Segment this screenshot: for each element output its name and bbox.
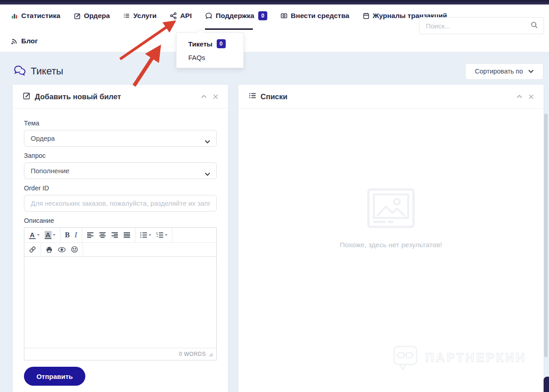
nav-item-label: Услуги <box>133 12 157 20</box>
italic-button[interactable]: I <box>74 231 77 239</box>
align-right-button[interactable] <box>111 232 118 238</box>
background-color-glyph: A <box>45 231 51 239</box>
misc-group <box>41 243 83 256</box>
scroll-to-top-button[interactable] <box>544 377 549 392</box>
list-icon <box>123 12 130 19</box>
request-select[interactable]: Пополнение <box>24 162 217 179</box>
preview-icon[interactable] <box>58 247 66 253</box>
share-icon <box>170 12 177 19</box>
main-navbar: Статистика Ордера Услуги API <box>0 5 549 52</box>
app-screen: Статистика Ордера Услуги API <box>0 0 549 392</box>
nav-item-label: Внести средства <box>291 12 349 20</box>
collapse-icon[interactable] <box>201 95 207 98</box>
collapse-icon[interactable] <box>516 95 522 98</box>
sort-dropdown[interactable]: Сортировать по <box>465 63 544 80</box>
numbered-list-button[interactable] <box>156 232 167 238</box>
search-icon[interactable] <box>530 21 538 31</box>
order-id-input[interactable] <box>31 199 210 207</box>
list-icon <box>248 92 256 101</box>
panel-title: Списки <box>261 92 288 101</box>
nav-item-statistics[interactable]: Статистика <box>11 12 60 20</box>
add-ticket-form: Тема Ордера Запрос Пополнение Order ID <box>13 109 228 386</box>
support-dropdown-menu: Тикеты 0 FAQs <box>176 32 244 68</box>
editor-toolbar-row1: A A B I <box>24 228 216 243</box>
watermark-text: ПАРТНЕРКИН <box>425 351 526 365</box>
nav-item-add-funds[interactable]: Внести средства <box>280 12 349 20</box>
page-content: Тикеты Сортировать по Добавить новый бил… <box>0 52 549 392</box>
nav-item-label: Поддержка <box>216 12 254 20</box>
partnerkin-logo-icon <box>393 345 418 371</box>
bold-button[interactable]: B <box>65 231 70 239</box>
link-button[interactable] <box>29 246 36 253</box>
nav-item-api[interactable]: API <box>170 12 192 20</box>
page-header: Тикеты Сортировать по <box>14 62 544 80</box>
empty-state-text: Похоже, здесь нет результатов! <box>238 241 544 249</box>
nav-item-blog[interactable]: Блог <box>11 37 38 45</box>
font-color-button[interactable]: A <box>29 231 40 239</box>
list-group <box>135 228 172 242</box>
page-title: Тикеты <box>31 65 63 77</box>
empty-state: Похоже, здесь нет результатов! <box>238 188 544 249</box>
font-color-glyph: A <box>29 231 36 239</box>
panel-controls <box>516 94 534 99</box>
editor-toolbar-row2 <box>24 243 216 257</box>
chevron-down-icon <box>37 234 40 236</box>
panel-controls <box>201 94 218 99</box>
description-label: Описание <box>24 217 217 224</box>
tickets-title-icon <box>14 65 26 78</box>
theme-select-value: Ордера <box>31 134 55 142</box>
editor-status-bar: 0 WORDS <box>24 348 216 360</box>
bullet-list-button[interactable] <box>140 232 151 238</box>
request-select-value: Пополнение <box>31 167 70 175</box>
link-group <box>24 243 41 256</box>
chevron-down-icon <box>205 137 210 145</box>
close-icon[interactable] <box>529 94 534 99</box>
color-group: A A <box>24 228 60 242</box>
menu-item-label: Тикеты <box>188 40 213 48</box>
nav-item-label: Статистика <box>21 12 60 20</box>
page-scrollbar[interactable] <box>544 114 548 357</box>
emoji-button[interactable] <box>71 246 78 253</box>
align-group <box>82 228 135 242</box>
resize-handle-icon[interactable] <box>209 350 213 358</box>
align-center-button[interactable] <box>99 232 106 238</box>
nav-secondary-row: Блог <box>11 35 38 47</box>
nav-item-services[interactable]: Услуги <box>123 12 157 20</box>
lists-panel: Списки <box>238 85 544 392</box>
image-placeholder-icon <box>367 188 415 228</box>
nav-primary-row: Статистика Ордера Услуги API <box>11 10 447 22</box>
background-color-button[interactable]: A <box>45 231 56 239</box>
nav-item-support[interactable]: Поддержка 0 <box>205 11 267 20</box>
lists-panel-body: Похоже, здесь нет результатов! ПАРТНЕРКИ… <box>238 109 544 392</box>
menu-item-faqs[interactable]: FAQs <box>177 51 243 64</box>
align-justify-button[interactable] <box>123 232 130 238</box>
nav-item-label: Ордера <box>84 12 110 20</box>
chevron-down-icon <box>53 234 56 236</box>
chevron-down-icon <box>528 69 534 73</box>
order-id-field <box>24 195 217 212</box>
nav-item-orders[interactable]: Ордера <box>74 12 110 20</box>
align-left-button[interactable] <box>87 232 94 238</box>
chevron-down-icon <box>165 234 167 236</box>
menu-item-tickets[interactable]: Тикеты 0 <box>177 37 243 51</box>
editor-content-area[interactable] <box>24 257 216 348</box>
word-count: 0 WORDS <box>179 351 206 357</box>
close-icon[interactable] <box>213 94 218 99</box>
theme-select[interactable]: Ордера <box>24 130 217 147</box>
tickets-count-badge: 0 <box>217 39 226 48</box>
support-count-badge: 0 <box>258 11 267 20</box>
theme-label: Тема <box>24 120 217 127</box>
description-editor: A A B I <box>24 227 217 360</box>
print-button[interactable] <box>46 246 53 253</box>
page-title-group: Тикеты <box>14 65 63 78</box>
rss-icon <box>11 37 18 45</box>
submit-button[interactable]: Отправить <box>24 367 85 386</box>
search-box <box>419 17 544 34</box>
money-icon <box>280 12 288 19</box>
search-input[interactable] <box>419 22 530 30</box>
lists-panel-header: Списки <box>238 85 544 109</box>
panel-title: Добавить новый билет <box>35 92 121 101</box>
calendar-icon <box>363 12 370 19</box>
edit-icon <box>74 12 81 19</box>
chat-icon <box>205 12 213 19</box>
